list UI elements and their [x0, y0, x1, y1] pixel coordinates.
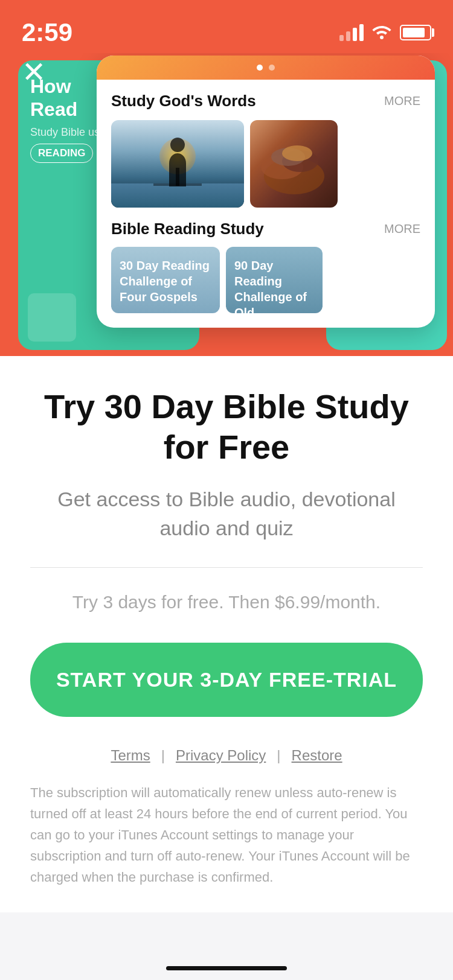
- home-indicator: [166, 966, 287, 970]
- main-heading: Try 30 Day Bible Study for Free: [30, 386, 423, 467]
- hero-section: ✕ HowRead Study Bible us... READING Wors…: [0, 0, 453, 374]
- separator-1: |: [161, 747, 165, 764]
- subtitle: Get access to Bible audio, devotional au…: [30, 485, 423, 542]
- section1-more[interactable]: MORE: [384, 94, 420, 108]
- hands-image: [250, 120, 338, 208]
- separator-2: |: [277, 747, 280, 764]
- links-row: Terms | Privacy Policy | Restore: [30, 747, 423, 764]
- dot-active: [257, 65, 263, 71]
- trial-text: Try 3 days for free. Then $6.99/month.: [30, 592, 423, 612]
- status-bar: 2:59: [0, 0, 453, 53]
- reading-button[interactable]: READING: [30, 144, 93, 163]
- dot-inactive: [269, 65, 275, 71]
- pier-image: [111, 120, 244, 208]
- svg-point-4: [282, 145, 312, 161]
- main-card: Study God's Words MORE: [97, 56, 435, 328]
- close-button[interactable]: ✕: [22, 58, 46, 87]
- card-content: Study God's Words MORE: [97, 80, 435, 328]
- section2-more[interactable]: MORE: [384, 222, 420, 236]
- reading-card-2: 90 Day Reading Challenge of Old Testamen…: [226, 247, 323, 313]
- wifi-icon: [372, 22, 391, 43]
- section2-title: Bible Reading Study: [111, 220, 264, 238]
- terms-link[interactable]: Terms: [111, 747, 150, 764]
- status-time: 2:59: [22, 18, 72, 47]
- restore-link[interactable]: Restore: [292, 747, 342, 764]
- image-grid: [111, 120, 420, 208]
- battery-icon: [400, 25, 431, 40]
- section1-header: Study God's Words MORE: [111, 92, 420, 110]
- cta-button[interactable]: START YOUR 3-DAY FREE-TRIAL: [30, 643, 423, 717]
- status-icons: [339, 22, 431, 43]
- section1-title: Study God's Words: [111, 92, 256, 110]
- reading-card-1: 30 Day Reading Challenge of Four Gospels: [111, 247, 220, 313]
- privacy-policy-link[interactable]: Privacy Policy: [176, 747, 266, 764]
- section2-header: Bible Reading Study MORE: [111, 220, 420, 238]
- signal-icon: [339, 24, 364, 41]
- card-header: [97, 56, 435, 80]
- reading-grid: 30 Day Reading Challenge of Four Gospels…: [111, 247, 420, 313]
- disclaimer-text: The subscription will automatically rene…: [30, 782, 423, 888]
- bottom-section: Try 30 Day Bible Study for Free Get acce…: [0, 356, 453, 912]
- divider: [30, 567, 423, 568]
